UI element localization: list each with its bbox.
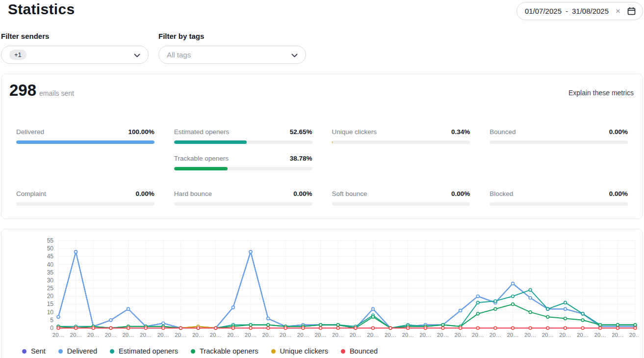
metric-progress-fill: [174, 167, 228, 170]
x-axis-tick: 20…: [577, 332, 589, 338]
x-axis-tick: 20…: [297, 332, 309, 338]
date-range-picker[interactable]: 01/07/2025 - 31/08/2025 ×: [516, 2, 643, 20]
data-point: [529, 311, 532, 314]
data-point: [546, 327, 549, 330]
legend-label: Estimated openers: [119, 347, 178, 355]
legend-dot: [110, 349, 114, 354]
data-point: [249, 324, 252, 327]
data-point: [197, 327, 200, 330]
x-axis-tick: 20…: [524, 332, 536, 338]
x-axis-tick: 20…: [227, 332, 239, 338]
calendar-icon[interactable]: [627, 7, 636, 15]
y-axis-tick: 25: [47, 285, 54, 292]
legend-label: Delivered: [67, 347, 97, 355]
data-point: [267, 324, 270, 327]
data-point: [599, 324, 602, 327]
data-point: [459, 327, 462, 330]
data-point: [162, 322, 165, 325]
legend-item-trackable-openers[interactable]: Trackable openers: [191, 347, 258, 355]
x-axis-tick: 20…: [245, 332, 257, 338]
metric-progress-track: [16, 202, 155, 206]
data-point: [389, 327, 392, 330]
filter-tags-label: Filter by tags: [158, 32, 306, 40]
chevron-down-icon: [134, 51, 140, 59]
filter-tags-select[interactable]: All tags: [158, 46, 306, 64]
metric-value: 0.00%: [609, 190, 628, 197]
filter-senders-select[interactable]: +1: [1, 46, 149, 64]
data-point: [512, 282, 515, 285]
x-axis-tick: 20…: [437, 332, 449, 338]
data-point: [336, 324, 339, 327]
legend-item-delivered[interactable]: Delivered: [58, 347, 97, 355]
data-point: [372, 327, 375, 330]
metric-progress-track: [489, 202, 628, 206]
data-point: [249, 250, 252, 253]
data-point: [617, 327, 619, 330]
data-point: [512, 295, 515, 298]
data-point: [476, 295, 479, 298]
data-point: [144, 327, 147, 330]
legend-dot: [191, 349, 195, 354]
metric-estimated-openers: Estimated openers52.65%: [174, 117, 312, 144]
data-point: [564, 317, 567, 320]
data-point: [546, 307, 549, 310]
y-axis-tick: 45: [47, 253, 54, 260]
data-point: [441, 324, 444, 327]
metric-value: 38.78%: [290, 155, 312, 162]
data-point: [267, 317, 270, 320]
y-axis-tick: 10: [47, 309, 54, 316]
data-point: [494, 327, 497, 330]
chart-legend: SentDeliveredEstimated openersTrackable …: [8, 340, 638, 355]
legend-item-unique-clickers[interactable]: Unique clickers: [271, 347, 328, 355]
x-axis-tick: 20…: [559, 332, 571, 338]
x-axis-tick: 20…: [122, 332, 134, 338]
data-point: [372, 307, 375, 310]
metric-progress-fill: [174, 140, 247, 144]
legend-label: Sent: [31, 347, 46, 355]
metrics-grid: Delivered100.00%Estimated openers52.65%U…: [9, 117, 635, 206]
x-axis-tick: 20…: [314, 332, 326, 338]
data-point: [319, 327, 322, 330]
legend-item-estimated-openers[interactable]: Estimated openers: [110, 347, 178, 355]
emails-sent-count: 298emails sent: [9, 81, 74, 100]
x-axis-tick: 20…: [419, 332, 431, 338]
x-axis-tick: 20…: [612, 332, 623, 338]
data-point: [407, 327, 410, 330]
senders-count-badge: +1: [9, 50, 26, 60]
metric-soft-bounce: Soft bounce0.00%: [332, 179, 470, 206]
filter-tags-group: Filter by tags All tags: [158, 32, 306, 64]
data-point: [564, 307, 567, 310]
summary-card: 298emails sent Explain these metrics Del…: [1, 74, 643, 219]
legend-item-sent[interactable]: Sent: [22, 347, 46, 355]
y-axis-tick: 35: [47, 269, 54, 276]
data-point: [162, 327, 165, 330]
x-axis-tick: 20…: [280, 332, 291, 338]
metric-trackable-openers: Trackable openers38.78%: [174, 144, 312, 170]
metric-label: Blocked: [489, 190, 513, 197]
metric-value: 52.65%: [290, 128, 312, 136]
data-point: [494, 307, 497, 310]
data-point: [214, 327, 217, 330]
metric-progress-track: [489, 140, 628, 144]
data-point: [284, 327, 287, 330]
data-point: [75, 250, 77, 253]
x-axis-tick: 20…: [52, 332, 64, 338]
legend-item-bounced[interactable]: Bounced: [341, 347, 378, 355]
clear-date-icon[interactable]: ×: [615, 7, 621, 15]
data-point: [617, 324, 619, 327]
x-axis-tick: 20…: [87, 332, 99, 338]
metric-value: 0.34%: [451, 128, 470, 136]
x-axis-tick: 20…: [629, 332, 639, 338]
data-point: [494, 300, 497, 303]
data-point: [599, 327, 602, 330]
explain-metrics-link[interactable]: Explain these metrics: [568, 89, 634, 97]
data-point: [476, 301, 479, 304]
metric-unique-clickers: Unique clickers0.34%: [332, 117, 470, 144]
legend-dot: [22, 349, 26, 354]
y-axis-tick: 0: [50, 325, 53, 331]
statistics-page: Statistics 01/07/2025 - 31/08/2025 × Fil…: [0, 0, 644, 358]
metric-label: Unique clickers: [332, 128, 377, 136]
metric-hard-bounce: Hard bounce0.00%: [174, 179, 312, 206]
metric-label: Delivered: [16, 128, 44, 136]
y-axis-tick: 20: [47, 293, 54, 300]
